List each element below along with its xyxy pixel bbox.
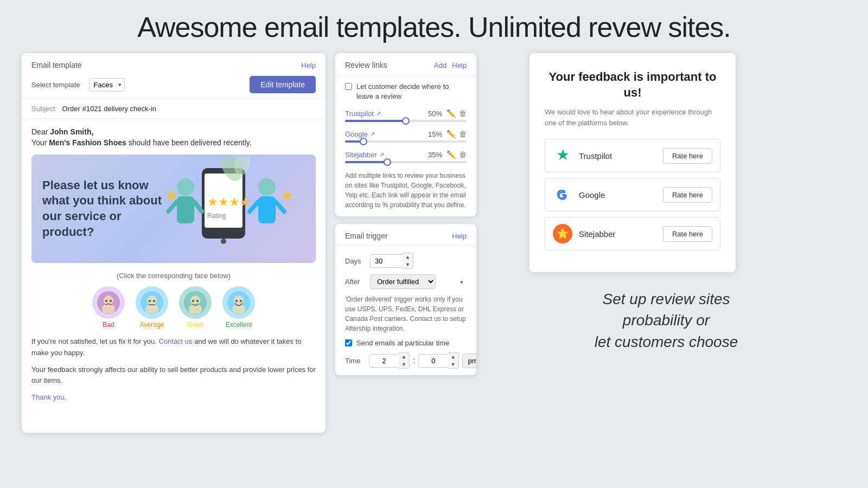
trustpilot-slider-fill [345, 120, 406, 122]
face-good-label: Good [187, 321, 203, 329]
face-bad[interactable]: Bad [92, 286, 125, 329]
sitejabber-row: Sitejabber ↗ 35% ✏️ 🗑 [345, 150, 467, 163]
time-minute-input[interactable] [418, 354, 448, 368]
trustpilot-slider-track[interactable] [345, 120, 467, 122]
edit-template-button[interactable]: Edit template [250, 76, 316, 93]
review-card-title: Your feedback is important to us! [545, 69, 720, 100]
trustpilot-edit-icon[interactable]: ✏️ [446, 109, 456, 118]
sitejabber-edit-icon[interactable]: ✏️ [446, 150, 456, 159]
review-help-link[interactable]: Help [452, 61, 467, 69]
time-colon: : [413, 356, 415, 365]
sitejabber-name[interactable]: Sitejabber ↗ [345, 151, 384, 159]
trustpilot-delete-icon[interactable]: 🗑 [459, 109, 467, 118]
face-average[interactable]: Average [136, 286, 168, 329]
svg-point-35 [235, 300, 238, 302]
time-row: Time ▲ ▼ : ▲ ▼ [345, 352, 467, 369]
add-review-link[interactable]: Add [434, 61, 446, 69]
sitejabber-card-icon: ⭐ [553, 224, 572, 243]
send-particular-time-checkbox[interactable] [345, 339, 352, 346]
trustpilot-rate-here-button[interactable]: Rate here [663, 148, 712, 164]
google-edit-icon[interactable]: ✏️ [446, 130, 456, 138]
bottom-text: Set up review sitesprobability orlet cus… [486, 288, 846, 352]
sitejabber-rate-here-button[interactable]: Rate here [663, 226, 712, 242]
hour-up-button[interactable]: ▲ [399, 353, 409, 361]
days-down-button[interactable]: ▼ [403, 261, 413, 268]
review-panel-actions: Add Help [434, 61, 467, 69]
days-up-button[interactable]: ▲ [403, 253, 413, 261]
customer-name: John Smith, [50, 127, 93, 136]
trustpilot-name[interactable]: Trustpilot ↗ [345, 110, 381, 118]
subject-value: Order #1021 delivery check-in [62, 105, 156, 113]
sitejabber-slider-track[interactable] [345, 161, 467, 163]
banner-text: Please let us know what you think about … [42, 178, 162, 240]
footer-text-1: If you're not satisfied, let us fix it f… [31, 336, 316, 359]
trigger-panel-title: Email trigger [345, 232, 388, 240]
faces-section: (Click the corresponding face below) [31, 272, 316, 329]
email-banner: Please let us know what you think about … [31, 155, 316, 263]
sitejabber-slider-row [345, 161, 467, 163]
middle-column: Review links Add Help Let customer decid… [335, 53, 476, 375]
sitejabber-percent: 35% [428, 151, 442, 159]
after-select-wrapper[interactable]: Order fulfilled Order created Order ship… [370, 274, 467, 289]
trustpilot-percent: 50% [428, 110, 442, 118]
svg-rect-24 [145, 305, 158, 313]
face-excellent-circle [222, 286, 255, 319]
ampm-select[interactable]: am pm [462, 354, 476, 368]
face-bad-label: Bad [103, 321, 114, 329]
trustpilot-card-icon: ★ [553, 146, 572, 165]
svg-point-30 [192, 300, 194, 302]
svg-point-25 [149, 300, 151, 302]
minute-down-button[interactable]: ▼ [448, 361, 458, 368]
template-select-wrapper[interactable]: Faces [89, 78, 125, 92]
google-rate-here-button[interactable]: Rate here [663, 187, 712, 203]
customer-decide-label: Let customer decide where to leave a rev… [356, 82, 467, 101]
hour-down-button[interactable]: ▼ [399, 361, 409, 368]
time-hour-input[interactable] [369, 354, 399, 368]
svg-rect-34 [232, 305, 245, 313]
days-input[interactable] [370, 254, 403, 268]
trigger-panel-header: Email trigger Help [335, 224, 476, 246]
sitejabber-card-name: Sitejabber [579, 229, 656, 239]
hour-stepper: ▲ ▼ [399, 352, 410, 369]
template-select[interactable]: Faces [89, 78, 125, 92]
google-slider-track[interactable] [345, 140, 467, 143]
trigger-help-link[interactable]: Help [452, 232, 467, 240]
after-select[interactable]: Order fulfilled Order created Order ship… [370, 274, 436, 289]
faces-row: Bad Aver [31, 286, 316, 329]
svg-point-28 [190, 296, 200, 305]
face-excellent-label: Excellent [226, 321, 252, 329]
days-input-group: ▲ ▼ [370, 253, 413, 269]
ampm-select-wrapper[interactable]: am pm [462, 354, 476, 368]
face-excellent[interactable]: Excellent [222, 286, 255, 329]
google-percent: 15% [428, 130, 442, 138]
review-card-sitejabber-row: ⭐ Sitejabber Rate here [545, 217, 720, 251]
review-links-note: Add multiple links to review your busine… [345, 171, 467, 210]
review-panel-title: Review links [345, 61, 387, 69]
google-slider-fill [345, 140, 363, 143]
svg-point-20 [105, 300, 107, 302]
email-help-link[interactable]: Help [301, 61, 316, 69]
svg-text:★: ★ [280, 187, 294, 204]
select-template-label: Select template [31, 81, 80, 89]
svg-point-26 [153, 300, 155, 302]
time-hour-group: ▲ ▼ [369, 352, 410, 369]
svg-rect-6 [177, 196, 194, 223]
sitejabber-delete-icon[interactable]: 🗑 [459, 150, 467, 159]
face-bad-circle [92, 286, 125, 319]
minute-up-button[interactable]: ▲ [448, 353, 458, 361]
svg-point-10 [258, 178, 276, 196]
google-external-icon: ↗ [370, 131, 375, 138]
trustpilot-slider-row [345, 120, 467, 122]
time-label: Time [345, 357, 366, 365]
google-name[interactable]: Google ↗ [345, 130, 375, 138]
customer-decide-checkbox[interactable] [345, 83, 352, 90]
email-body: Dear John Smith, Your Men's Fashion Shoe… [22, 119, 326, 410]
contact-link[interactable]: Contact us [158, 337, 192, 345]
face-good[interactable]: Good [179, 286, 212, 329]
google-card-icon: G G [553, 185, 572, 204]
review-card: Your feedback is important to us! We wou… [529, 53, 736, 272]
google-slider-thumb [360, 138, 367, 145]
google-delete-icon[interactable]: 🗑 [459, 130, 467, 138]
email-subject-row: Subject: Order #1021 delivery check-in [22, 99, 326, 119]
thank-you-link[interactable]: Thank you, [31, 393, 66, 401]
